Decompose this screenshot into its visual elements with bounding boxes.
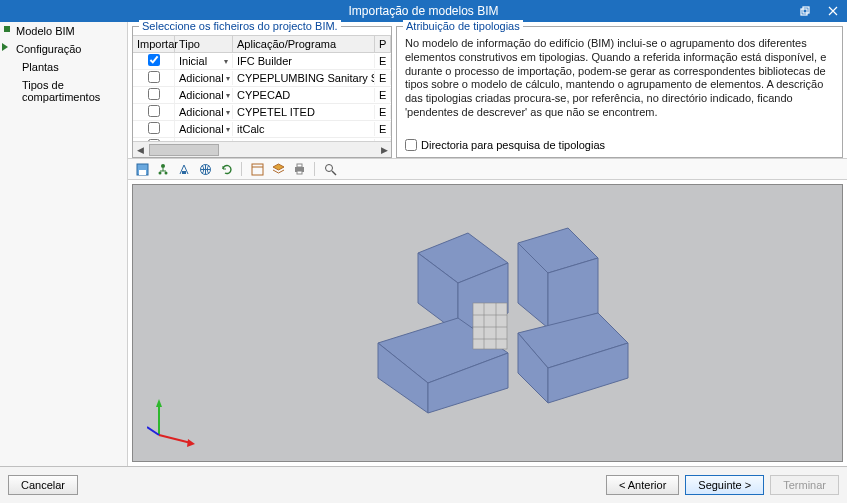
table-row[interactable]: AdicionalitCalcE [133, 121, 391, 138]
table-row[interactable]: AdicionalCYPEPLUMBING Sanitary SystemsE [133, 70, 391, 87]
files-hscroll[interactable]: ◀ ▶ [133, 141, 391, 157]
table-row[interactable]: AdicionalCYPETEL ITEDE [133, 104, 391, 121]
scroll-right-icon[interactable]: ▶ [377, 145, 391, 155]
svg-rect-1 [803, 7, 809, 13]
finish-button: Terminar [770, 475, 839, 495]
step-configuracao[interactable]: Configuração [0, 40, 127, 58]
files-grid-body: InicialIFC BuilderEAdicionalCYPEPLUMBING… [133, 53, 391, 141]
refresh-icon[interactable] [218, 161, 234, 177]
save-icon[interactable] [134, 161, 150, 177]
3d-model [318, 203, 658, 443]
restore-button[interactable] [791, 0, 819, 22]
svg-point-5 [158, 171, 161, 174]
axis-gizmo [147, 397, 197, 447]
prev-button[interactable]: < Anterior [606, 475, 679, 495]
row-import-checkbox[interactable] [148, 105, 160, 117]
svg-point-4 [161, 164, 165, 168]
row-tipo[interactable]: Adicional [175, 105, 233, 119]
files-panel: Seleccione os ficheiros do projecto BIM.… [132, 26, 392, 158]
row-app: CYPETEL ITED [233, 105, 375, 119]
print-icon[interactable] [291, 161, 307, 177]
row-app: CYPECAD [233, 88, 375, 102]
row-extra: E [375, 54, 391, 68]
3d-viewport[interactable] [132, 184, 843, 462]
step-modelo-bim[interactable]: Modelo BIM [0, 22, 127, 40]
row-app: CYPEPLUMBING Sanitary Systems [233, 71, 375, 85]
row-extra: E [375, 88, 391, 102]
row-app: itCalc [233, 122, 375, 136]
row-import-checkbox[interactable] [148, 54, 160, 66]
step-tipos-compartimentos[interactable]: Tipos de compartimentos [0, 76, 127, 106]
svg-rect-7 [182, 171, 186, 174]
svg-rect-12 [297, 164, 302, 167]
typology-panel: Atribuição de tipologias No modelo de in… [396, 26, 843, 158]
svg-marker-37 [187, 439, 195, 447]
svg-rect-13 [297, 171, 302, 174]
row-import-checkbox[interactable] [148, 88, 160, 100]
row-import-checkbox[interactable] [148, 122, 160, 134]
typology-description: No modelo de informação do edifício (BIM… [405, 37, 834, 133]
files-grid-header: Importar Tipo Aplicação/Programa P [133, 35, 391, 53]
zoom-icon[interactable] [322, 161, 338, 177]
viewer-toolbar [128, 158, 847, 180]
typology-dir-checkbox-input[interactable] [405, 139, 417, 151]
titlebar: Importação de modelos BIM [0, 0, 847, 22]
svg-rect-28 [473, 303, 507, 349]
window-icon[interactable] [249, 161, 265, 177]
tree-icon[interactable] [155, 161, 171, 177]
files-panel-title: Seleccione os ficheiros do projecto BIM. [139, 20, 341, 32]
layers-icon[interactable] [270, 161, 286, 177]
row-extra: E [375, 122, 391, 136]
next-button[interactable]: Seguinte > [685, 475, 764, 495]
svg-rect-9 [252, 164, 263, 175]
svg-rect-3 [139, 170, 146, 175]
svg-point-14 [325, 164, 332, 171]
typology-panel-title: Atribuição de tipologias [403, 20, 523, 32]
svg-line-38 [147, 427, 159, 435]
wizard-footer: Cancelar < Anterior Seguinte > Terminar [0, 466, 847, 503]
wizard-steps: Modelo BIM Configuração Plantas Tipos de… [0, 22, 128, 466]
svg-line-15 [332, 171, 336, 175]
close-button[interactable] [819, 0, 847, 22]
svg-point-6 [164, 171, 167, 174]
row-tipo[interactable]: Adicional [175, 88, 233, 102]
step-plantas[interactable]: Plantas [0, 58, 127, 76]
row-app: IFC Builder [233, 54, 375, 68]
row-extra: E [375, 105, 391, 119]
svg-rect-0 [801, 9, 807, 15]
globe-icon[interactable] [197, 161, 213, 177]
scroll-thumb[interactable] [149, 144, 219, 156]
cancel-button[interactable]: Cancelar [8, 475, 78, 495]
scroll-left-icon[interactable]: ◀ [133, 145, 147, 155]
svg-marker-35 [156, 399, 162, 407]
row-tipo[interactable]: Adicional [175, 71, 233, 85]
window-title: Importação de modelos BIM [56, 4, 791, 18]
svg-line-36 [159, 435, 191, 443]
ortho-icon[interactable] [176, 161, 192, 177]
table-row[interactable]: InicialIFC BuilderE [133, 53, 391, 70]
row-import-checkbox[interactable] [148, 71, 160, 83]
table-row[interactable]: AdicionalCYPECADE [133, 87, 391, 104]
row-tipo[interactable]: Inicial [175, 54, 233, 68]
typology-dir-checkbox[interactable]: Directoria para pesquisa de tipologias [405, 139, 834, 151]
row-extra: E [375, 71, 391, 85]
row-tipo[interactable]: Adicional [175, 122, 233, 136]
